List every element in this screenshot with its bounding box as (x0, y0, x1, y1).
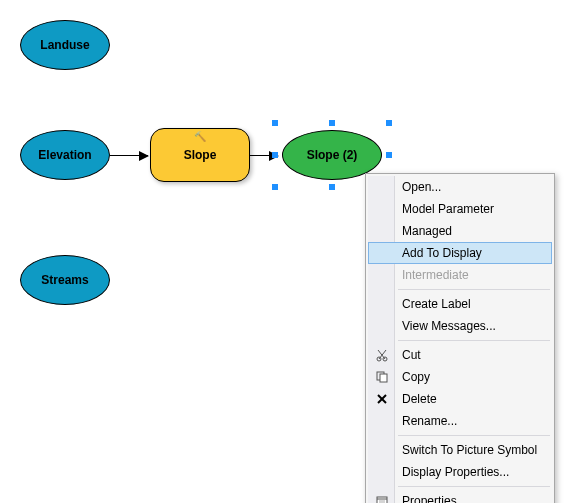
menu-item-create-label-label: Create Label (402, 297, 471, 311)
menu-item-open[interactable]: Open... (368, 176, 552, 198)
menu-item-add-to-display-label: Add To Display (402, 246, 482, 260)
selection-handle[interactable] (386, 152, 392, 158)
selection-handle[interactable] (329, 184, 335, 190)
node-elevation-label: Elevation (38, 148, 91, 162)
menu-separator (398, 340, 550, 341)
tool-slope-label: Slope (184, 148, 217, 162)
menu-item-rename[interactable]: Rename... (368, 410, 552, 432)
node-landuse[interactable]: Landuse (20, 20, 110, 70)
menu-item-switch-picture-symbol-label: Switch To Picture Symbol (402, 443, 537, 457)
menu-item-model-parameter[interactable]: Model Parameter (368, 198, 552, 220)
svg-line-3 (378, 350, 385, 359)
menu-item-managed[interactable]: Managed (368, 220, 552, 242)
menu-item-delete-label: Delete (402, 392, 437, 406)
selection-handle[interactable] (272, 152, 278, 158)
context-menu: Open... Model Parameter Managed Add To D… (365, 173, 555, 503)
menu-item-properties-label: Properties... (402, 494, 467, 503)
menu-item-delete[interactable]: Delete (368, 388, 552, 410)
menu-item-intermediate: Intermediate (368, 264, 552, 286)
selection-handle[interactable] (272, 184, 278, 190)
svg-rect-8 (377, 497, 387, 503)
menu-item-view-messages-label: View Messages... (402, 319, 496, 333)
svg-line-2 (379, 350, 386, 359)
menu-item-create-label[interactable]: Create Label (368, 293, 552, 315)
selection-handle[interactable] (329, 120, 335, 126)
properties-icon (373, 492, 391, 503)
svg-rect-5 (380, 374, 387, 382)
menu-item-rename-label: Rename... (402, 414, 457, 428)
selection-handle[interactable] (386, 120, 392, 126)
menu-item-add-to-display[interactable]: Add To Display (368, 242, 552, 264)
menu-item-open-label: Open... (402, 180, 441, 194)
menu-item-view-messages[interactable]: View Messages... (368, 315, 552, 337)
menu-item-model-parameter-label: Model Parameter (402, 202, 494, 216)
connector-elevation-to-slope (110, 155, 148, 156)
menu-item-properties[interactable]: Properties... (368, 490, 552, 503)
menu-separator (398, 435, 550, 436)
cut-icon (373, 346, 391, 364)
menu-item-copy-label: Copy (402, 370, 430, 384)
menu-item-display-properties-label: Display Properties... (402, 465, 509, 479)
menu-item-intermediate-label: Intermediate (402, 268, 469, 282)
menu-item-switch-picture-symbol[interactable]: Switch To Picture Symbol (368, 439, 552, 461)
node-landuse-label: Landuse (40, 38, 89, 52)
selection-handle[interactable] (272, 120, 278, 126)
hammer-icon: 🔨 (194, 132, 206, 142)
copy-icon (373, 368, 391, 386)
delete-icon (373, 390, 391, 408)
menu-item-display-properties[interactable]: Display Properties... (368, 461, 552, 483)
node-elevation[interactable]: Elevation (20, 130, 110, 180)
menu-separator (398, 289, 550, 290)
menu-item-copy[interactable]: Copy (368, 366, 552, 388)
node-slope2-label: Slope (2) (307, 148, 358, 162)
menu-item-cut[interactable]: Cut (368, 344, 552, 366)
menu-item-cut-label: Cut (402, 348, 421, 362)
node-streams-label: Streams (41, 273, 88, 287)
node-streams[interactable]: Streams (20, 255, 110, 305)
tool-slope[interactable]: 🔨 Slope (150, 128, 250, 182)
menu-separator (398, 486, 550, 487)
menu-item-managed-label: Managed (402, 224, 452, 238)
